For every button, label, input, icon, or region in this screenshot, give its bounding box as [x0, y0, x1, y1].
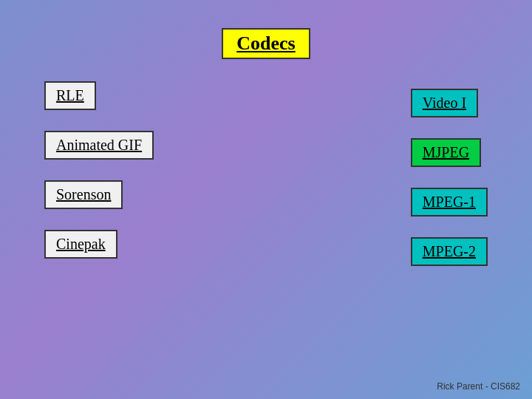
content-area: RLE Animated GIF Sorenson Cinepak Video … [0, 81, 532, 266]
codec-sorenson: Sorenson [44, 180, 123, 209]
slide-title: Codecs [236, 33, 295, 54]
slide-container: Codecs RLE Animated GIF Sorenson Cinepak… [0, 0, 532, 399]
codec-cinepak: Cinepak [44, 230, 117, 259]
codec-rle: RLE [44, 81, 96, 110]
footer-text: Rick Parent - CIS682 [437, 381, 520, 392]
codec-mpeg2: MPEG-2 [411, 237, 488, 266]
right-column: Video I MJPEG MPEG-1 MPEG-2 [411, 89, 488, 266]
title-box: Codecs [222, 28, 310, 59]
codec-animated-gif: Animated GIF [44, 131, 154, 160]
left-column: RLE Animated GIF Sorenson Cinepak [44, 81, 154, 266]
codec-mjpeg: MJPEG [411, 138, 481, 167]
codec-mpeg1: MPEG-1 [411, 188, 488, 216]
codec-video-i: Video I [411, 89, 478, 117]
